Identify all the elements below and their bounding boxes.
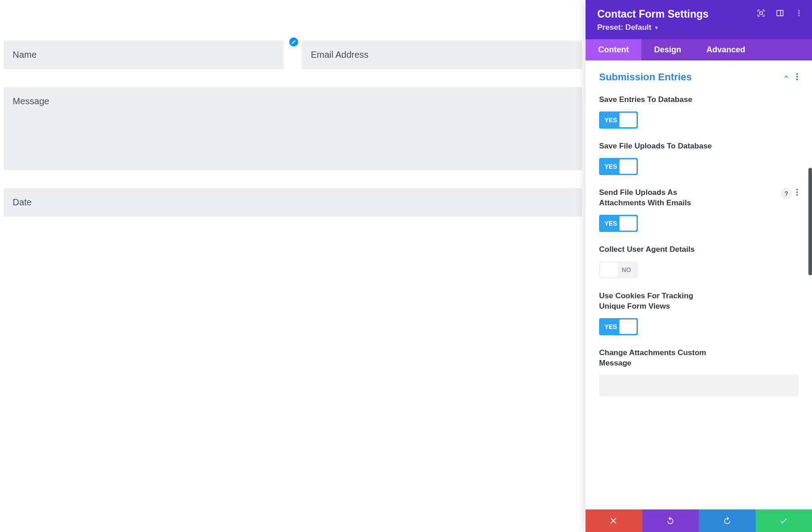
option-attachments-message: Change Attachments Custom Message — [599, 348, 798, 397]
chevron-up-icon[interactable] — [783, 74, 789, 81]
toggle-knob — [619, 113, 637, 127]
panel-header: Contact Form Settings Preset: Default ▼ — [586, 0, 812, 39]
section-header-icons — [783, 73, 798, 82]
svg-point-11 — [796, 194, 798, 196]
check-icon — [779, 516, 788, 525]
svg-point-8 — [796, 79, 798, 80]
more-vertical-icon[interactable] — [795, 9, 803, 17]
option-collect-ua: Collect User Agent Details NO — [599, 245, 798, 278]
cancel-button[interactable] — [586, 509, 642, 532]
toggle-text: NO — [622, 266, 631, 273]
svg-rect-0 — [760, 12, 762, 14]
option-label: Send File Uploads As Attachments With Em… — [599, 188, 716, 208]
svg-point-9 — [796, 189, 798, 190]
app-root: Name Email Address Message Date Contact … — [0, 0, 812, 532]
email-field[interactable]: Email Address — [302, 41, 582, 69]
option-label: Save File Uploads To Database — [599, 141, 716, 152]
form-row-message: Message — [4, 87, 582, 170]
date-field[interactable]: Date — [4, 188, 582, 217]
toggle-text: YES — [604, 163, 617, 170]
undo-button[interactable] — [642, 509, 699, 532]
svg-rect-1 — [777, 10, 783, 16]
svg-point-6 — [796, 73, 798, 75]
toggle-text: YES — [604, 116, 617, 124]
toggle-text: YES — [604, 220, 617, 227]
option-use-cookies: Use Cookies For Tracking Unique Form Vie… — [599, 291, 798, 335]
option-label: Use Cookies For Tracking Unique Form Vie… — [599, 291, 716, 312]
section-more-icon[interactable] — [796, 73, 798, 82]
tab-content[interactable]: Content — [586, 39, 641, 60]
settings-panel: Contact Form Settings Preset: Default ▼ … — [586, 0, 812, 532]
toggle-save-entries[interactable]: YES — [599, 111, 638, 129]
name-field[interactable]: Name — [4, 41, 284, 69]
section-title: Submission Entries — [599, 71, 692, 83]
toggle-send-attachments[interactable]: YES — [599, 215, 638, 232]
redo-button[interactable] — [699, 509, 756, 532]
form-row-date: Date — [4, 188, 582, 217]
option-save-entries: Save Entries To Database YES — [599, 95, 798, 129]
svg-point-3 — [798, 10, 800, 11]
message-field[interactable]: Message — [4, 87, 582, 170]
option-more-icon[interactable] — [796, 188, 798, 199]
undo-icon — [666, 516, 675, 525]
panel-footer — [586, 509, 812, 532]
svg-point-7 — [796, 76, 798, 78]
toggle-knob — [600, 263, 618, 277]
toggle-use-cookies[interactable]: YES — [599, 318, 638, 335]
svg-point-4 — [798, 13, 800, 14]
option-extra-icons: ? — [780, 188, 798, 199]
edit-field-button[interactable] — [289, 37, 298, 46]
toggle-knob — [619, 159, 637, 174]
form-canvas: Name Email Address Message Date — [0, 0, 586, 532]
option-label: Collect User Agent Details — [599, 245, 716, 255]
save-button[interactable] — [756, 509, 812, 532]
toggle-knob — [619, 319, 637, 334]
toggle-save-uploads[interactable]: YES — [599, 158, 638, 175]
option-save-uploads: Save File Uploads To Database YES — [599, 141, 798, 175]
redo-icon — [723, 516, 732, 525]
columns-icon[interactable] — [776, 9, 784, 17]
panel-tabs: Content Design Advanced — [586, 39, 812, 60]
scrollbar-thumb[interactable] — [808, 168, 812, 275]
attachments-message-input[interactable] — [599, 375, 798, 396]
help-icon[interactable]: ? — [780, 188, 792, 199]
option-label: Save Entries To Database — [599, 95, 716, 105]
svg-point-10 — [796, 191, 798, 193]
preset-label: Preset: Default — [597, 23, 651, 32]
option-send-attachments: Send File Uploads As Attachments With Em… — [599, 188, 798, 232]
toggle-text: YES — [604, 323, 617, 330]
toggle-knob — [619, 216, 637, 231]
toggle-collect-ua[interactable]: NO — [599, 261, 638, 278]
section-header[interactable]: Submission Entries — [599, 71, 798, 83]
expand-icon[interactable] — [757, 9, 765, 17]
svg-point-5 — [798, 15, 800, 16]
tab-design[interactable]: Design — [641, 39, 694, 60]
pencil-icon — [291, 40, 296, 44]
caret-down-icon: ▼ — [654, 25, 659, 30]
preset-selector[interactable]: Preset: Default ▼ — [597, 23, 800, 32]
header-icons — [757, 9, 803, 17]
option-label: Change Attachments Custom Message — [599, 348, 716, 369]
close-icon — [609, 516, 618, 525]
panel-body: Submission Entries Save Entries To Datab… — [586, 60, 812, 509]
tab-advanced[interactable]: Advanced — [694, 39, 758, 60]
